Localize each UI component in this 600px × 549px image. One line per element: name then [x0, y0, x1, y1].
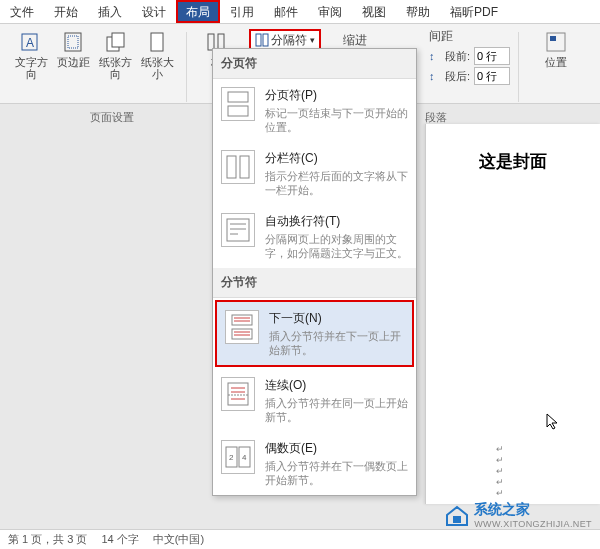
tab-view[interactable]: 视图 [352, 0, 396, 23]
spacing-after-label: 段后: [445, 69, 470, 84]
svg-rect-24 [232, 329, 252, 339]
indent-label: 缩进 [343, 32, 367, 49]
dropdown-section-section-breaks: 分节符 [213, 268, 416, 298]
text-direction-button[interactable]: A 文字方向 [10, 28, 52, 80]
position-icon [544, 30, 568, 54]
margins-icon [61, 30, 85, 54]
text-wrap-break-icon [221, 213, 255, 247]
menu-item-continuous[interactable]: 连续(O)插入分节符并在同一页上开始新节。 [213, 369, 416, 432]
tab-home[interactable]: 开始 [44, 0, 88, 23]
document-area: 页面设置 段落 分页符 分页符(P)标记一页结束与下一页开始的位置。 分栏符(C… [0, 104, 600, 549]
svg-rect-36 [453, 516, 461, 523]
tab-file[interactable]: 文件 [0, 0, 44, 23]
svg-rect-6 [151, 33, 163, 51]
menu-item-text-wrapping-break[interactable]: 自动换行符(T)分隔网页上的对象周围的文字，如分隔题注文字与正文。 [213, 205, 416, 268]
spacing-after-icon: ↕ [429, 70, 443, 82]
orientation-button[interactable]: 纸张方向 [94, 28, 136, 80]
svg-rect-11 [547, 33, 565, 51]
status-words[interactable]: 14 个字 [101, 532, 138, 547]
page-break-icon [221, 87, 255, 121]
text-direction-icon: A [19, 30, 43, 54]
dropdown-section-page-breaks: 分页符 [213, 49, 416, 79]
svg-rect-5 [112, 33, 124, 47]
column-break-icon [221, 150, 255, 184]
menu-item-next-page[interactable]: 下一页(N)插入分节符并在下一页上开始新节。 [217, 302, 412, 365]
svg-rect-3 [68, 36, 78, 48]
tab-insert[interactable]: 插入 [88, 0, 132, 23]
watermark-title: 系统之家 [474, 501, 592, 519]
svg-rect-21 [232, 315, 252, 325]
watermark-logo-icon [444, 503, 470, 527]
paragraph-marks: ↵↵↵↵↵ [496, 444, 504, 499]
continuous-icon [221, 377, 255, 411]
svg-rect-12 [550, 36, 556, 41]
tab-foxit[interactable]: 福昕PDF [440, 0, 508, 23]
size-icon [145, 30, 169, 54]
document-page[interactable]: 这是封面 ↵↵↵↵↵ [425, 124, 600, 504]
spacing-label: 间距 [429, 28, 453, 45]
spacing-before-icon: ↕ [429, 50, 443, 62]
svg-rect-10 [263, 34, 268, 46]
spacing-after-input[interactable] [474, 67, 510, 85]
separator [186, 32, 187, 102]
status-bar: 第 1 页，共 3 页 14 个字 中文(中国) [0, 529, 600, 549]
svg-rect-16 [240, 156, 249, 178]
tab-references[interactable]: 引用 [220, 0, 264, 23]
svg-rect-14 [228, 106, 248, 116]
status-pages[interactable]: 第 1 页，共 3 页 [8, 532, 87, 547]
highlighted-section: 下一页(N)插入分节符并在下一页上开始新节。 [215, 300, 414, 367]
spacing-before-row: ↕ 段前: [429, 47, 510, 65]
position-button[interactable]: 位置 [535, 28, 577, 68]
tab-layout[interactable]: 布局 [176, 0, 220, 23]
svg-rect-27 [228, 383, 248, 405]
orientation-icon [103, 30, 127, 54]
tab-bar: 文件 开始 插入 设计 布局 引用 邮件 审阅 视图 帮助 福昕PDF [0, 0, 600, 24]
svg-text:4: 4 [242, 453, 247, 462]
next-page-icon [225, 310, 259, 344]
svg-rect-13 [228, 92, 248, 102]
tab-mailings[interactable]: 邮件 [264, 0, 308, 23]
even-page-icon: 24 [221, 440, 255, 474]
svg-text:2: 2 [229, 453, 234, 462]
breaks-dropdown: 分页符 分页符(P)标记一页结束与下一页开始的位置。 分栏符(C)指示分栏符后面… [212, 48, 417, 496]
page-title: 这是封面 [426, 150, 600, 173]
svg-text:A: A [26, 36, 34, 50]
svg-rect-15 [227, 156, 236, 178]
tab-review[interactable]: 审阅 [308, 0, 352, 23]
cursor-icon [546, 413, 560, 434]
page-setup-group-label: 页面设置 [90, 110, 134, 125]
breaks-label: 分隔符 [271, 32, 307, 49]
tab-help[interactable]: 帮助 [396, 0, 440, 23]
spacing-before-input[interactable] [474, 47, 510, 65]
margins-button[interactable]: 页边距 [52, 28, 94, 80]
chevron-down-icon: ▾ [310, 35, 315, 45]
svg-rect-17 [227, 219, 249, 241]
status-language[interactable]: 中文(中国) [153, 532, 204, 547]
breaks-icon [255, 33, 269, 47]
watermark: 系统之家 WWW.XITONGZHIJIA.NET [444, 501, 592, 529]
menu-item-even-page[interactable]: 24 偶数页(E)插入分节符并在下一偶数页上开始新节。 [213, 432, 416, 495]
separator [518, 32, 519, 102]
spacing-before-label: 段前: [445, 49, 470, 64]
size-button[interactable]: 纸张大小 [136, 28, 178, 80]
menu-item-column-break[interactable]: 分栏符(C)指示分栏符后面的文字将从下一栏开始。 [213, 142, 416, 205]
tab-design[interactable]: 设计 [132, 0, 176, 23]
watermark-url: WWW.XITONGZHIJIA.NET [474, 519, 592, 529]
svg-rect-9 [256, 34, 261, 46]
menu-item-page-break[interactable]: 分页符(P)标记一页结束与下一页开始的位置。 [213, 79, 416, 142]
paragraph-group-label: 段落 [425, 110, 447, 125]
spacing-after-row: ↕ 段后: [429, 67, 510, 85]
